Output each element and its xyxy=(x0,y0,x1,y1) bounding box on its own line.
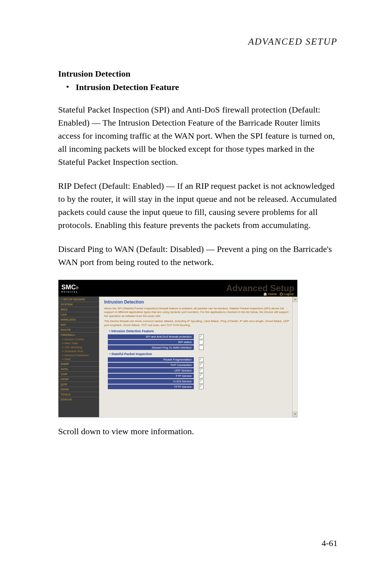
paragraph: RIP Defect (Default: Enabled) — If an RI… xyxy=(58,179,338,232)
setting-label: TFTP Service xyxy=(108,384,194,389)
sidebar-item[interactable]: DDNS xyxy=(58,387,99,392)
setting-checkbox[interactable] xyxy=(199,340,204,345)
setting-label: UDP Session xyxy=(108,368,194,373)
setting-checkbox[interactable] xyxy=(199,345,204,350)
sidebar-item[interactable]: SYSTEM xyxy=(58,302,99,307)
setting-row: TCP Connection xyxy=(104,363,292,367)
setting-checkbox[interactable] xyxy=(199,357,204,362)
sidebar-item[interactable]: STATUS xyxy=(58,397,99,402)
setting-row: TFTP Service xyxy=(104,384,292,389)
router-logo: SMC® Networks xyxy=(61,284,78,293)
router-screenshot: SMC® Networks Advanced Setup 🏠 Home ⏻ Lo… xyxy=(58,280,298,418)
setting-row: H.323 Service xyxy=(104,379,292,384)
section-title: Intrusion Detection xyxy=(58,69,338,79)
scroll-down-icon[interactable]: ▾ xyxy=(293,412,297,417)
setting-checkbox[interactable] xyxy=(199,379,204,384)
sidebar-item[interactable]: ADSL xyxy=(58,366,99,371)
sidebar-item[interactable]: NAT xyxy=(58,322,99,327)
sidebar-item[interactable]: » SETUP WIZARD xyxy=(58,297,99,302)
setting-label: Packet Fragmentation xyxy=(108,357,194,362)
router-main-panel: Intrusion Detection When the SPI (Statef… xyxy=(99,297,297,417)
setting-row: Discard Ping To WAN Interface xyxy=(104,345,292,350)
setting-checkbox[interactable] xyxy=(199,363,204,367)
setting-label: H.323 Service xyxy=(108,379,194,384)
setting-checkbox[interactable] xyxy=(199,334,204,339)
setting-checkbox[interactable] xyxy=(199,374,204,378)
router-banner: SMC® Networks Advanced Setup 🏠 Home ⏻ Lo… xyxy=(58,280,297,297)
panel-description: The Device firewall can block common hac… xyxy=(104,319,292,327)
sidebar-item[interactable]: FIREWALL xyxy=(58,332,99,337)
manual-page: ADVANCED SETUP Intrusion Detection • Int… xyxy=(0,0,392,570)
setting-label: TCP Connection xyxy=(108,363,194,367)
router-body: » SETUP WIZARDSYSTEMWANLANWIRELESSNATROU… xyxy=(58,297,297,417)
router-brand-title: Advanced Setup xyxy=(226,283,294,293)
sidebar-subitem[interactable]: » Schedule Rule xyxy=(58,349,99,353)
setting-checkbox[interactable] xyxy=(199,368,204,373)
setting-label: SPI and Anti-DoS firewall protection xyxy=(108,334,194,339)
setting-checkbox[interactable] xyxy=(199,384,204,389)
setting-label: Discard Ping To WAN Interface xyxy=(108,345,194,350)
sidebar-item[interactable]: WIRELESS xyxy=(58,317,99,322)
sub-bullet: • Intrusion Detection Feature xyxy=(58,82,338,92)
sidebar-subitem[interactable]: » DMZ xyxy=(58,357,99,361)
setting-row: RIP defect xyxy=(104,340,292,345)
paragraph: Stateful Packet Inspection (SPI) and Ant… xyxy=(58,103,338,168)
bullet-dot-icon: • xyxy=(66,82,69,91)
sidebar-subitem[interactable]: » URL Blocking xyxy=(58,345,99,349)
sidebar-subitem[interactable]: » Access Control xyxy=(58,337,99,341)
setting-row: SPI and Anti-DoS firewall protection xyxy=(104,334,292,339)
setting-label: FTP Service xyxy=(108,374,194,378)
sidebar-item[interactable]: VoIP xyxy=(58,371,99,376)
paragraph: Discard Ping to WAN (Default: Disabled) … xyxy=(58,243,338,269)
page-header: ADVANCED SETUP xyxy=(58,36,338,47)
sidebar-item[interactable]: UPnP xyxy=(58,376,99,382)
page-number: 4-61 xyxy=(322,538,338,548)
sidebar-item[interactable]: LAN xyxy=(58,312,99,317)
panel-sub-heading: • Stateful Packet Inspection xyxy=(109,352,292,356)
sidebar-item[interactable]: SNMP xyxy=(58,361,99,366)
setting-row: Packet Fragmentation xyxy=(104,357,292,362)
setting-row: UDP Session xyxy=(104,368,292,373)
sidebar-item[interactable]: QoS xyxy=(58,382,99,387)
sidebar-item[interactable]: TOOLS xyxy=(58,392,99,397)
scrollbar[interactable]: ▴ ▾ xyxy=(292,297,297,417)
sidebar-item[interactable]: WAN xyxy=(58,307,99,312)
sidebar-subitem[interactable]: » MAC Filter xyxy=(58,341,99,345)
home-link[interactable]: 🏠 Home xyxy=(263,292,277,296)
sub-bullet-text: Intrusion Detection Feature xyxy=(75,82,179,92)
panel-description: When the SPI (Stateful Packet Inspection… xyxy=(104,307,292,318)
panel-sub-heading: • Intrusion Detection Feature xyxy=(109,329,292,333)
scroll-note: Scroll down to view more information. xyxy=(58,425,338,438)
sidebar-subitem[interactable]: » Intrusion Detection xyxy=(58,353,99,357)
router-top-links: 🏠 Home ⏻ Logout xyxy=(263,292,294,296)
router-sidebar: » SETUP WIZARDSYSTEMWANLANWIRELESSNATROU… xyxy=(58,297,99,417)
setting-label: RIP defect xyxy=(108,340,194,345)
panel-title: Intrusion Detection xyxy=(104,300,292,305)
setting-row: FTP Service xyxy=(104,374,292,378)
sidebar-item[interactable]: ROUTE xyxy=(58,327,99,332)
logout-link[interactable]: ⏻ Logout xyxy=(279,292,294,296)
scroll-up-icon[interactable]: ▴ xyxy=(293,297,297,302)
